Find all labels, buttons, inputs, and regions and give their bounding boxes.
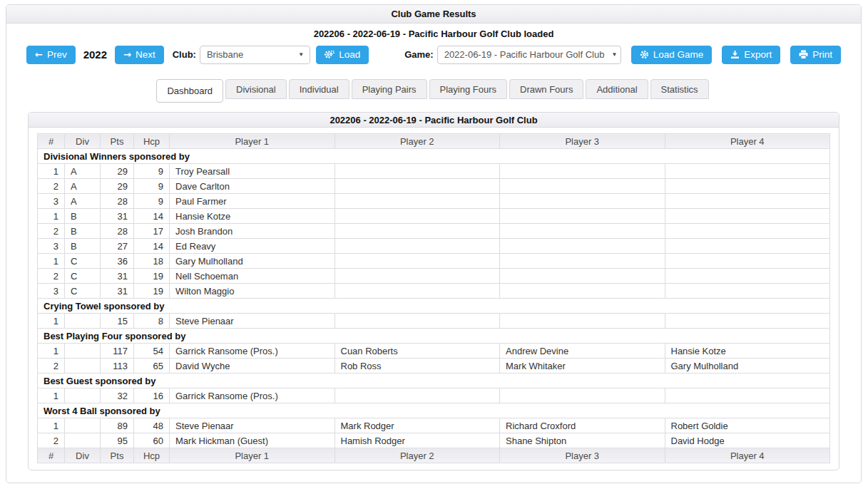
table-row: 3A289Paul Farmer: [38, 194, 830, 209]
arrow-left-icon: ←: [35, 50, 43, 59]
tab-individual[interactable]: Individual: [289, 79, 349, 99]
game-select[interactable]: 2022-06-19 - Pacific Harbour Golf Club ▼: [437, 46, 621, 64]
table-cell: [665, 269, 830, 284]
arrow-right-icon: →: [123, 50, 131, 59]
load-game-label: Load Game: [653, 49, 704, 60]
next-year-button[interactable]: → Next: [115, 46, 164, 64]
section-heading-row: Best Guest sponsored by: [38, 374, 830, 388]
table-cell: 3: [38, 239, 65, 254]
table-cell: [665, 254, 830, 269]
table-cell: [335, 284, 500, 299]
table-cell: [335, 314, 500, 329]
table-cell: [335, 224, 500, 239]
table-cell: 2: [38, 269, 65, 284]
section-heading: Best Playing Four sponsored by: [38, 329, 830, 344]
table-cell: [500, 224, 665, 239]
column-header: Hcp: [134, 448, 170, 463]
page-title: Club Game Results: [6, 5, 861, 24]
table-cell: [500, 194, 665, 209]
tab-additional[interactable]: Additional: [586, 79, 648, 99]
table-cell: Garrick Ransome (Pros.): [170, 388, 335, 403]
column-header: Player 4: [665, 134, 830, 149]
table-row: 29560Mark Hickman (Guest)Hamish RodgerSh…: [38, 433, 830, 448]
table-cell: 1: [38, 418, 65, 433]
table-cell: Richard Croxford: [500, 418, 665, 433]
table-cell: 60: [134, 433, 170, 448]
table-cell: 2: [38, 224, 65, 239]
column-header: Player 1: [170, 134, 335, 149]
column-header: Player 2: [335, 448, 500, 463]
table-cell: Andrew Devine: [500, 344, 665, 359]
table-cell: Robert Goldie: [665, 418, 830, 433]
tab-statistics[interactable]: Statistics: [650, 79, 709, 99]
tab-divisional[interactable]: Divisional: [225, 79, 287, 99]
export-button[interactable]: Export: [722, 46, 780, 64]
table-cell: [500, 269, 665, 284]
table-cell: [65, 359, 101, 374]
table-cell: [665, 224, 830, 239]
load-game-button[interactable]: Load Game: [631, 46, 713, 64]
table-cell: [500, 179, 665, 194]
tab-playing-fours[interactable]: Playing Fours: [429, 79, 507, 99]
print-button[interactable]: Print: [790, 46, 841, 64]
load-club-label: Load: [339, 49, 360, 60]
table-cell: Hansie Kotze: [170, 209, 335, 224]
table-cell: [665, 194, 830, 209]
tab-drawn-fours[interactable]: Drawn Fours: [509, 79, 583, 99]
table-row: 1158Steve Pienaar: [38, 314, 830, 329]
table-cell: [65, 314, 101, 329]
game-results-title: 202206 - 2022-06-19 - Pacific Harbour Go…: [29, 113, 839, 128]
table-cell: Steve Pienaar: [170, 418, 335, 433]
table-row: 18948Steve PienaarMark RodgerRichard Cro…: [38, 418, 830, 433]
table-cell: [335, 209, 500, 224]
table-cell: 1: [38, 344, 65, 359]
table-cell: 19: [134, 269, 170, 284]
load-club-button[interactable]: Load: [316, 46, 369, 64]
section-heading-row: Best Playing Four sponsored by: [38, 329, 830, 344]
table-cell: [500, 239, 665, 254]
table-cell: 1: [38, 314, 65, 329]
table-cell: David Wyche: [170, 359, 335, 374]
table-cell: [335, 269, 500, 284]
table-cell: [500, 284, 665, 299]
table-cell: [65, 433, 101, 448]
column-header-row: #DivPtsHcpPlayer 1Player 2Player 3Player…: [38, 134, 830, 149]
section-heading-row: Divisional Winners sponsored by: [38, 149, 830, 164]
table-cell: A: [65, 194, 101, 209]
table-cell: [500, 314, 665, 329]
printer-icon: [799, 50, 808, 59]
results-tab-bar: DashboardDivisionalIndividualPlaying Pai…: [6, 79, 861, 103]
table-cell: 29: [101, 179, 134, 194]
table-cell: Paul Farmer: [170, 194, 335, 209]
download-icon: [730, 50, 740, 59]
table-cell: [665, 209, 830, 224]
club-select[interactable]: Brisbane ▼: [200, 46, 310, 64]
table-cell: 29: [101, 164, 134, 179]
table-cell: Josh Brandon: [170, 224, 335, 239]
table-cell: Garrick Ransome (Pros.): [170, 344, 335, 359]
prev-year-button[interactable]: ← Prev: [26, 46, 76, 64]
chevron-down-icon: ▼: [298, 51, 304, 58]
table-cell: 16: [134, 388, 170, 403]
table-row: 3B2714Ed Reavy: [38, 239, 830, 254]
game-select-value: 2022-06-19 - Pacific Harbour Golf Club: [444, 49, 605, 60]
table-cell: Mark Whitaker: [500, 359, 665, 374]
table-cell: [665, 164, 830, 179]
table-row: 211365David WycheRob RossMark WhitakerGa…: [38, 359, 830, 374]
table-cell: 1: [38, 388, 65, 403]
column-header: Player 4: [665, 448, 830, 463]
table-cell: [335, 164, 500, 179]
table-cell: Ed Reavy: [170, 239, 335, 254]
column-header-row: #DivPtsHcpPlayer 1Player 2Player 3Player…: [38, 448, 830, 463]
tab-dashboard[interactable]: Dashboard: [156, 79, 223, 103]
table-cell: 48: [134, 418, 170, 433]
tab-playing-pairs[interactable]: Playing Pairs: [352, 79, 427, 99]
table-cell: Cuan Roberts: [335, 344, 500, 359]
table-cell: 9: [134, 194, 170, 209]
club-game-results-panel: Club Game Results 202206 - 2022-06-19 - …: [6, 4, 862, 483]
table-cell: 89: [101, 418, 134, 433]
game-label: Game:: [404, 49, 433, 60]
table-cell: [65, 418, 101, 433]
table-cell: 28: [101, 224, 134, 239]
column-header: Player 3: [500, 448, 665, 463]
